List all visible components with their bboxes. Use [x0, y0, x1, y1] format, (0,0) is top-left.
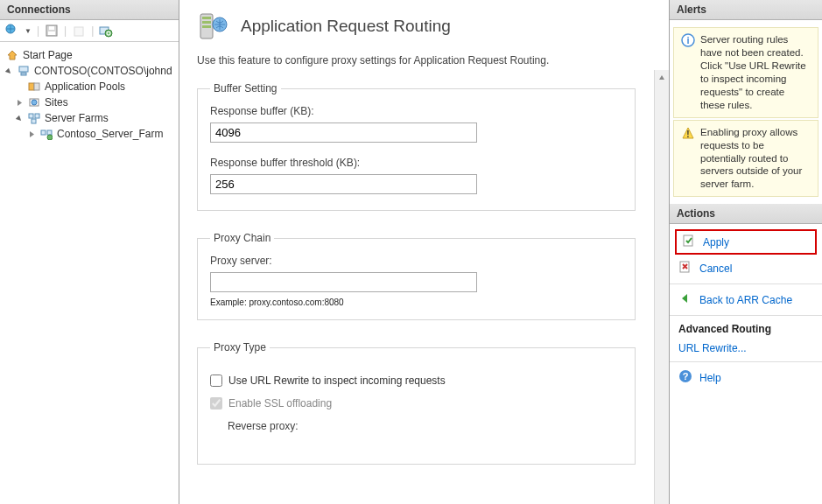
connections-header: Connections	[0, 0, 179, 20]
proxy-server-input[interactable]	[210, 272, 477, 292]
alert-warning: ! Enabling proxy allows requests to be p…	[673, 120, 818, 198]
info-icon: i	[681, 33, 695, 112]
svg-rect-22	[202, 25, 211, 28]
back-action[interactable]: Back to ARR Cache	[670, 288, 822, 312]
svg-point-6	[105, 30, 112, 37]
buffer-setting-group: Buffer Setting Response buffer (KB): Res…	[197, 82, 636, 211]
divider	[670, 284, 822, 284]
svg-rect-13	[29, 114, 33, 118]
advanced-routing-label: Advanced Routing	[678, 323, 771, 335]
scroll-up-icon[interactable]	[655, 70, 669, 85]
help-icon: ?	[678, 369, 692, 386]
back-label: Back to ARR Cache	[699, 294, 792, 306]
apply-label: Apply	[703, 236, 729, 248]
svg-text:?: ?	[683, 371, 689, 382]
toolbar-divider: |	[37, 24, 39, 37]
svg-rect-20	[202, 17, 211, 19]
cancel-icon	[678, 260, 692, 276]
apply-icon	[682, 234, 696, 250]
arr-icon	[197, 9, 228, 44]
tree-start-page[interactable]: Start Page	[4, 47, 175, 63]
refresh-server-icon[interactable]	[99, 24, 113, 38]
proxy-chain-group: Proxy Chain Proxy server: Example: proxy…	[197, 232, 636, 320]
svg-rect-10	[34, 83, 39, 90]
tree-label: CONTOSO(CONTOSO\johnd	[34, 65, 172, 77]
svg-text:i: i	[686, 35, 689, 46]
alerts-header: Alerts	[670, 0, 822, 20]
svg-point-12	[32, 100, 37, 105]
proxy-example-text: Example: proxy.contoso.com:8080	[210, 298, 622, 307]
url-rewrite-label: URL Rewrite...	[678, 342, 747, 354]
response-buffer-threshold-label: Response buffer threshold (KB):	[210, 157, 622, 169]
svg-rect-14	[35, 114, 39, 118]
collapse-icon[interactable]	[16, 115, 24, 122]
svg-rect-8	[21, 73, 26, 75]
svg-rect-16	[41, 130, 46, 135]
divider	[670, 361, 822, 362]
proxy-type-legend: Proxy Type	[210, 341, 270, 354]
alert-message: Enabling proxy allows requests to be pot…	[700, 126, 811, 192]
toolbar-divider: |	[64, 24, 67, 37]
tree-sites[interactable]: Sites	[4, 94, 175, 110]
svg-rect-3	[49, 26, 54, 30]
response-buffer-label: Response buffer (KB):	[210, 105, 622, 117]
tree-label: Application Pools	[45, 80, 125, 93]
help-action[interactable]: ? Help	[670, 366, 822, 389]
actions-body: Apply Cancel Back to ARR Cache Advanced …	[670, 224, 822, 393]
reverse-proxy-label: Reverse proxy:	[228, 420, 622, 432]
enable-ssl-offloading-row: Enable SSL offloading	[210, 397, 622, 410]
expand-icon[interactable]	[28, 130, 36, 138]
server-farm-item-icon	[39, 127, 53, 141]
expand-icon[interactable]	[16, 99, 24, 107]
delete-icon[interactable]	[72, 24, 86, 38]
tree-farm-item[interactable]: Contoso_Server_Farm	[4, 126, 175, 142]
svg-text:!: !	[686, 130, 689, 139]
svg-rect-7	[19, 66, 28, 72]
tree-app-pools[interactable]: Application Pools	[4, 79, 175, 94]
svg-rect-4	[74, 27, 83, 36]
svg-rect-27	[684, 235, 692, 246]
tree-label: Sites	[45, 96, 68, 108]
svg-rect-21	[202, 21, 211, 24]
help-label: Help	[699, 372, 721, 384]
svg-rect-17	[47, 130, 52, 135]
save-icon[interactable]	[45, 24, 59, 38]
response-buffer-input[interactable]	[210, 122, 477, 143]
enable-ssl-offloading-checkbox	[210, 397, 222, 410]
svg-rect-15	[32, 119, 36, 123]
warning-icon: !	[681, 126, 695, 192]
tree-label: Start Page	[23, 49, 73, 61]
tree-server-farms[interactable]: Server Farms	[4, 110, 175, 126]
proxy-type-group: Proxy Type Use URL Rewrite to inspect in…	[197, 341, 636, 465]
tree-label: Contoso_Server_Farm	[57, 128, 163, 140]
sites-icon	[27, 95, 41, 109]
content-scrollbar[interactable]	[654, 70, 669, 504]
use-url-rewrite-checkbox[interactable]	[210, 374, 222, 387]
home-icon	[5, 48, 19, 62]
back-arrow-icon	[678, 291, 692, 308]
response-buffer-threshold-input[interactable]	[210, 174, 477, 194]
alert-info: i Server routing rules have not been cre…	[673, 27, 818, 118]
right-panel: Alerts i Server routing rules have not b…	[669, 0, 822, 504]
divider	[670, 315, 822, 316]
apply-action[interactable]: Apply	[675, 229, 817, 255]
proxy-chain-legend: Proxy Chain	[210, 232, 274, 244]
content-pane: Application Request Routing Use this fea…	[179, 0, 669, 504]
dropdown-arrow-icon[interactable]: ▼	[25, 27, 32, 35]
globe-connect-icon[interactable]	[5, 24, 19, 38]
content-header: Application Request Routing	[197, 9, 653, 44]
cancel-label: Cancel	[699, 262, 732, 275]
page-description: Use this feature to configure proxy sett…	[197, 54, 653, 66]
tree-label: Server Farms	[45, 112, 109, 124]
svg-point-18	[47, 135, 53, 140]
toolbar-divider: |	[91, 24, 94, 37]
use-url-rewrite-row[interactable]: Use URL Rewrite to inspect incoming requ…	[210, 374, 622, 387]
connections-panel: Connections ▼ | | | Start Page	[0, 0, 179, 504]
cancel-action[interactable]: Cancel	[670, 256, 822, 280]
advanced-routing-heading: Advanced Routing	[670, 319, 822, 339]
url-rewrite-action[interactable]: URL Rewrite...	[670, 339, 822, 358]
collapse-icon[interactable]	[5, 67, 13, 75]
tree-server-node[interactable]: CONTOSO(CONTOSO\johnd	[4, 63, 175, 79]
use-url-rewrite-label: Use URL Rewrite to inspect incoming requ…	[228, 374, 446, 387]
server-icon	[17, 64, 31, 78]
